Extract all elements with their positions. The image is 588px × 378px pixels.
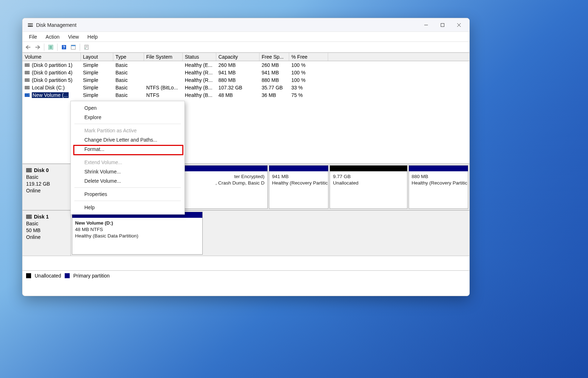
svg-point-2	[31, 24, 32, 24]
menu-file[interactable]: File	[25, 33, 41, 41]
maximize-button[interactable]	[434, 18, 451, 32]
app-icon	[28, 22, 33, 28]
cm-format[interactable]: Format...	[71, 144, 184, 154]
volume-row-selected[interactable]: New Volume (... Simple Basic NTFS Health…	[23, 91, 469, 99]
properties-icon[interactable]	[82, 43, 91, 51]
drive-icon	[25, 63, 30, 67]
legend-swatch-primary	[65, 273, 70, 278]
col-capacity[interactable]: Capacity	[216, 53, 260, 61]
window-title: Disk Management	[36, 22, 76, 28]
svg-rect-1	[28, 25, 33, 27]
volume-row[interactable]: Local Disk (C:) Simple Basic NTFS (BitLo…	[23, 84, 469, 91]
legend-label: Primary partition	[73, 273, 110, 279]
svg-text:?: ?	[63, 45, 65, 49]
toolbar: ?	[23, 42, 469, 53]
svg-rect-5	[441, 23, 444, 26]
drive-icon	[25, 71, 30, 74]
cm-explore[interactable]: Explore	[71, 113, 184, 122]
partition-unallocated[interactable]: 9.77 GB Unallocated	[330, 165, 407, 209]
cm-mark-active: Mark Partition as Active	[71, 126, 184, 135]
disk-icon	[26, 168, 32, 172]
svg-rect-0	[28, 23, 33, 25]
minimize-button[interactable]	[418, 18, 434, 32]
cm-properties[interactable]: Properties	[71, 190, 184, 199]
svg-point-19	[85, 48, 86, 49]
legend-label: Unallocated	[35, 273, 61, 279]
col-type[interactable]: Type	[113, 53, 144, 61]
forward-button[interactable]	[33, 43, 42, 51]
drive-icon	[25, 93, 30, 97]
svg-point-3	[31, 26, 32, 26]
cm-extend: Extend Volume...	[71, 158, 184, 167]
volume-row[interactable]: (Disk 0 partition 5) Simple Basic Health…	[23, 76, 469, 84]
cm-help[interactable]: Help	[71, 203, 184, 212]
disk-icon	[26, 215, 32, 219]
titlebar[interactable]: Disk Management	[23, 18, 469, 32]
close-button[interactable]	[451, 18, 467, 32]
cm-open[interactable]: Open	[71, 103, 184, 113]
help-icon[interactable]: ?	[60, 43, 68, 51]
col-filesystem[interactable]: File System	[144, 53, 183, 61]
volume-row[interactable]: (Disk 0 partition 1) Simple Basic Health…	[23, 61, 469, 69]
refresh-icon[interactable]	[46, 43, 55, 51]
cm-change-letter[interactable]: Change Drive Letter and Paths...	[71, 135, 184, 144]
legend-swatch-unallocated	[26, 273, 31, 278]
partition[interactable]: New Volume (D:) 48 MB NTFS Healthy (Basi…	[72, 212, 203, 255]
view-icon[interactable]	[69, 43, 78, 51]
col-freespace[interactable]: Free Sp...	[260, 53, 289, 61]
partition[interactable]: 941 MB Healthy (Recovery Partitic	[269, 165, 328, 209]
partition[interactable]: 880 MB Healthy (Recovery Partitic	[409, 165, 468, 209]
cm-delete[interactable]: Delete Volume...	[71, 176, 184, 186]
col-layout[interactable]: Layout	[81, 53, 113, 61]
svg-rect-11	[49, 48, 52, 49]
svg-rect-10	[49, 47, 52, 48]
col-volume[interactable]: Volume	[23, 53, 81, 61]
volume-header: Volume Layout Type File System Status Ca…	[23, 53, 469, 61]
drive-icon	[25, 78, 30, 82]
menu-help[interactable]: Help	[83, 33, 102, 41]
svg-rect-9	[49, 46, 52, 46]
col-pctfree[interactable]: % Free	[289, 53, 328, 61]
legend: Unallocated Primary partition	[23, 270, 469, 281]
disk-row: Disk 1 Basic 50 MB Online New Volume (D:…	[23, 210, 469, 256]
drive-icon	[25, 86, 30, 89]
volume-row[interactable]: (Disk 0 partition 4) Simple Basic Health…	[23, 69, 469, 76]
back-button[interactable]	[24, 43, 33, 51]
disk-info[interactable]: Disk 1 Basic 50 MB Online	[23, 211, 71, 256]
disk-info[interactable]: Disk 0 Basic 119.12 GB Online	[23, 164, 71, 210]
menu-view[interactable]: View	[64, 33, 83, 41]
col-status[interactable]: Status	[183, 53, 216, 61]
menu-action[interactable]: Action	[41, 33, 64, 41]
svg-rect-15	[71, 45, 75, 46]
menubar: File Action View Help	[23, 32, 469, 42]
context-menu: Open Explore Mark Partition as Active Ch…	[70, 101, 185, 215]
cm-shrink[interactable]: Shrink Volume...	[71, 167, 184, 176]
